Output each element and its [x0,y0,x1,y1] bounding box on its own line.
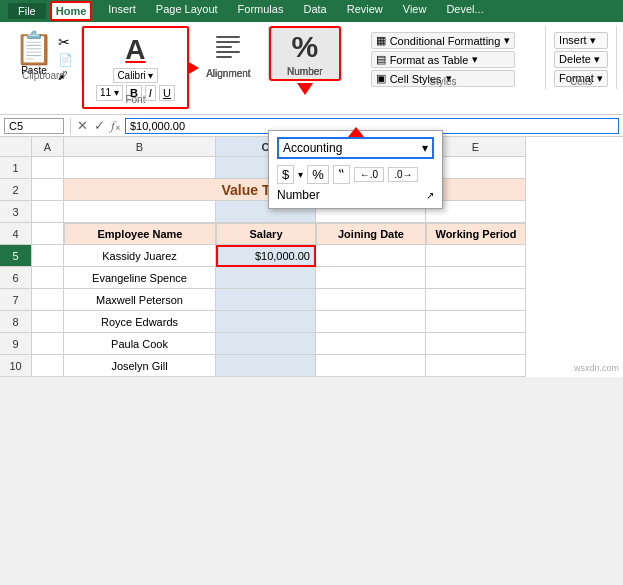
cell-b8[interactable]: Royce Edwards [64,311,216,333]
cell-b4-header[interactable]: Employee Name [64,223,216,245]
devel-menu-item[interactable]: Devel... [442,1,487,21]
align-line-3 [216,46,232,48]
row-6: 6 Evangeline Spence [0,267,623,289]
insert-function-icon[interactable]: 𝑓ₓ [111,118,121,134]
cell-a10[interactable] [32,355,64,377]
align-line-5 [216,56,232,58]
comma-btn[interactable]: ‟ [333,165,350,184]
row-9: 9 Paula Cook [0,333,623,355]
formulas-menu-item[interactable]: Formulas [234,1,288,21]
clipboard-label: Clipboard [22,70,65,81]
confirm-formula-icon[interactable]: ✓ [94,118,105,134]
font-name-dropdown[interactable]: Calibri ▾ [113,68,157,83]
review-menu-item[interactable]: Review [343,1,387,21]
dollar-btn[interactable]: $ [277,165,294,184]
font-size-dropdown[interactable]: 11 ▾ [96,85,123,101]
row-header-1[interactable]: 1 [0,157,32,179]
format-as-table-button[interactable]: ▤ Format as Table ▾ [371,51,516,68]
italic-button[interactable]: I [145,85,156,101]
cell-a8[interactable] [32,311,64,333]
cell-b10[interactable]: Joselyn Gill [64,355,216,377]
file-menu[interactable]: File [8,3,46,19]
accounting-select[interactable]: Accounting ▾ [277,137,434,159]
row-header-4[interactable]: 4 [0,223,32,245]
cell-a4[interactable] [32,223,64,245]
cancel-formula-icon[interactable]: ✕ [77,118,88,134]
copy-icon[interactable]: 📄 [58,53,73,67]
row-header-3[interactable]: 3 [0,201,32,223]
col-header-b[interactable]: B [64,137,216,157]
cell-b5[interactable]: Kassidy Juarez [64,245,216,267]
dropdown-footer: Number ↗ [277,188,434,202]
view-menu-item[interactable]: View [399,1,431,21]
expand-icon[interactable]: ↗ [426,190,434,201]
cell-d5[interactable] [316,245,426,267]
cell-e5[interactable] [426,245,526,267]
row-header-10[interactable]: 10 [0,355,32,377]
cf-icon: ▦ [376,34,386,47]
cell-d9[interactable] [316,333,426,355]
cell-b9[interactable]: Paula Cook [64,333,216,355]
cell-c4-header[interactable]: Salary [216,223,316,245]
cut-icon[interactable]: ✂ [58,34,73,50]
home-menu-item[interactable]: Home [50,1,93,21]
page-layout-menu-item[interactable]: Page Layout [152,1,222,21]
cell-b1[interactable] [64,157,216,179]
cell-a5[interactable] [32,245,64,267]
cf-dropdown-icon: ▾ [504,34,510,47]
cell-a1[interactable] [32,157,64,179]
cell-b6[interactable]: Evangeline Spence [64,267,216,289]
alignment-icon[interactable] [216,36,240,58]
menu-bar: File Home Insert Page Layout Formulas Da… [0,0,623,22]
percent-symbol: % [292,30,319,64]
percent-btn[interactable]: % [307,165,329,184]
row-header-7[interactable]: 7 [0,289,32,311]
cell-reference-input[interactable] [4,118,64,134]
cell-c7[interactable] [216,289,316,311]
cell-b3[interactable] [64,201,216,223]
cell-a2[interactable] [32,179,64,201]
row-7: 7 Maxwell Peterson [0,289,623,311]
row-header-5[interactable]: 5 [0,245,32,267]
increase-decimal-btn[interactable]: .0→ [388,167,418,182]
col-header-a[interactable]: A [32,137,64,157]
row-header-2[interactable]: 2 [0,179,32,201]
cell-d10[interactable] [316,355,426,377]
cells-group: Insert ▾ Delete ▾ Format ▾ Cells [546,26,617,89]
cell-c9[interactable] [216,333,316,355]
cell-e6[interactable] [426,267,526,289]
cell-d4-header[interactable]: Joining Date [316,223,426,245]
cell-e10[interactable] [426,355,526,377]
cell-d6[interactable] [316,267,426,289]
underline-button[interactable]: U [159,85,175,101]
accounting-dropdown-popup: Accounting ▾ $ ▾ % ‟ ←.0 .0→ Number ↗ [268,130,443,209]
cell-d8[interactable] [316,311,426,333]
cell-a3[interactable] [32,201,64,223]
cell-e7[interactable] [426,289,526,311]
align-line-1 [216,36,240,38]
cell-a9[interactable] [32,333,64,355]
row-header-9[interactable]: 9 [0,333,32,355]
decrease-decimal-btn[interactable]: ←.0 [354,167,384,182]
insert-button[interactable]: Insert ▾ [554,32,608,49]
cell-c8[interactable] [216,311,316,333]
insert-menu-item[interactable]: Insert [104,1,140,21]
conditional-formatting-button[interactable]: ▦ Conditional Formatting ▾ [371,32,516,49]
cell-b7[interactable]: Maxwell Peterson [64,289,216,311]
cell-c6[interactable] [216,267,316,289]
cell-a6[interactable] [32,267,64,289]
cell-d7[interactable] [316,289,426,311]
cell-c5[interactable]: $10,000.00 [216,245,316,267]
data-menu-item[interactable]: Data [299,1,330,21]
cell-c10[interactable] [216,355,316,377]
row-header-8[interactable]: 8 [0,311,32,333]
row-8: 8 Royce Edwards [0,311,623,333]
delete-button[interactable]: Delete ▾ [554,51,608,68]
cell-e9[interactable] [426,333,526,355]
row-header-6[interactable]: 6 [0,267,32,289]
dollar-dropdown-icon[interactable]: ▾ [298,169,303,180]
cell-e8[interactable] [426,311,526,333]
number-icon[interactable]: % [292,30,319,64]
cell-e4-header[interactable]: Working Period [426,223,526,245]
cell-a7[interactable] [32,289,64,311]
